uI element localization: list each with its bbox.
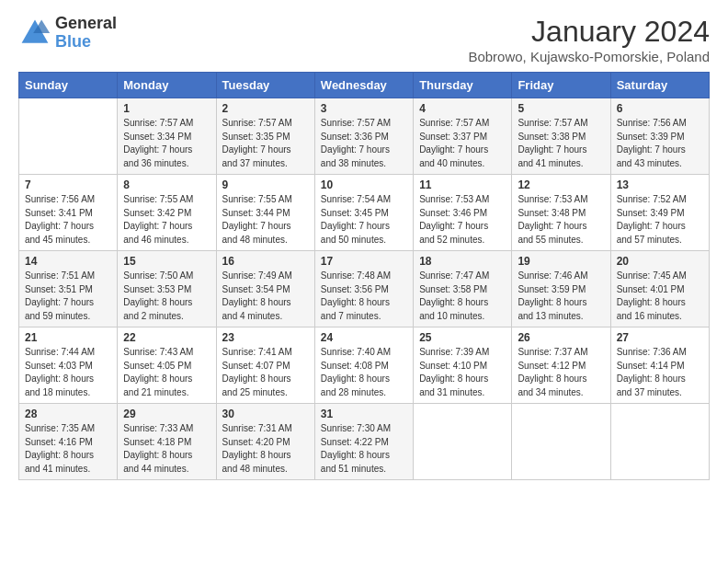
day-number: 3 (321, 102, 407, 115)
calendar-cell: 11Sunrise: 7:53 AM Sunset: 3:46 PM Dayli… (414, 175, 512, 251)
calendar-cell (512, 404, 610, 480)
calendar-cell: 7Sunrise: 7:56 AM Sunset: 3:41 PM Daylig… (19, 175, 118, 251)
day-info: Sunrise: 7:57 AM Sunset: 3:37 PM Dayligh… (419, 117, 506, 170)
day-info: Sunrise: 7:56 AM Sunset: 3:39 PM Dayligh… (617, 117, 703, 170)
day-header-monday: Monday (118, 73, 216, 98)
logo-text: General Blue (55, 15, 117, 52)
day-info: Sunrise: 7:36 AM Sunset: 4:14 PM Dayligh… (617, 346, 703, 399)
day-number: 18 (419, 255, 506, 268)
day-info: Sunrise: 7:30 AM Sunset: 4:22 PM Dayligh… (321, 422, 407, 476)
day-info: Sunrise: 7:40 AM Sunset: 4:08 PM Dayligh… (321, 346, 407, 399)
calendar-cell: 8Sunrise: 7:55 AM Sunset: 3:42 PM Daylig… (118, 175, 216, 251)
calendar-cell: 23Sunrise: 7:41 AM Sunset: 4:07 PM Dayli… (216, 327, 314, 404)
day-info: Sunrise: 7:39 AM Sunset: 4:10 PM Dayligh… (419, 346, 506, 399)
day-number: 16 (222, 255, 309, 268)
day-info: Sunrise: 7:54 AM Sunset: 3:45 PM Dayligh… (321, 193, 407, 247)
day-info: Sunrise: 7:35 AM Sunset: 4:16 PM Dayligh… (25, 422, 111, 476)
calendar-cell: 18Sunrise: 7:47 AM Sunset: 3:58 PM Dayli… (414, 251, 512, 327)
day-info: Sunrise: 7:33 AM Sunset: 4:18 PM Dayligh… (123, 422, 210, 476)
week-row-5: 28Sunrise: 7:35 AM Sunset: 4:16 PM Dayli… (19, 404, 710, 480)
day-info: Sunrise: 7:31 AM Sunset: 4:20 PM Dayligh… (222, 422, 309, 476)
day-number: 7 (25, 178, 111, 191)
day-info: Sunrise: 7:50 AM Sunset: 3:53 PM Dayligh… (123, 270, 210, 323)
calendar-cell (19, 98, 118, 175)
calendar-cell: 15Sunrise: 7:50 AM Sunset: 3:53 PM Dayli… (118, 251, 216, 327)
day-header-friday: Friday (512, 73, 610, 98)
day-info: Sunrise: 7:57 AM Sunset: 3:35 PM Dayligh… (222, 117, 309, 170)
week-row-4: 21Sunrise: 7:44 AM Sunset: 4:03 PM Dayli… (19, 327, 710, 404)
day-header-sunday: Sunday (19, 73, 118, 98)
day-header-wednesday: Wednesday (314, 73, 413, 98)
day-number: 5 (518, 102, 604, 115)
day-info: Sunrise: 7:51 AM Sunset: 3:51 PM Dayligh… (25, 270, 111, 323)
day-number: 20 (617, 255, 703, 268)
day-number: 10 (321, 178, 407, 191)
day-number: 17 (321, 255, 407, 268)
calendar-cell: 19Sunrise: 7:46 AM Sunset: 3:59 PM Dayli… (512, 251, 610, 327)
calendar-header: SundayMondayTuesdayWednesdayThursdayFrid… (19, 73, 710, 98)
day-number: 1 (123, 102, 210, 115)
day-info: Sunrise: 7:55 AM Sunset: 3:42 PM Dayligh… (123, 193, 210, 247)
calendar-cell: 25Sunrise: 7:39 AM Sunset: 4:10 PM Dayli… (414, 327, 512, 404)
calendar-cell: 16Sunrise: 7:49 AM Sunset: 3:54 PM Dayli… (216, 251, 314, 327)
day-info: Sunrise: 7:37 AM Sunset: 4:12 PM Dayligh… (518, 346, 604, 399)
day-number: 24 (321, 331, 407, 344)
calendar-cell: 10Sunrise: 7:54 AM Sunset: 3:45 PM Dayli… (314, 175, 413, 251)
calendar-cell: 12Sunrise: 7:53 AM Sunset: 3:48 PM Dayli… (512, 175, 610, 251)
day-info: Sunrise: 7:55 AM Sunset: 3:44 PM Dayligh… (222, 193, 309, 247)
calendar-cell: 9Sunrise: 7:55 AM Sunset: 3:44 PM Daylig… (216, 175, 314, 251)
day-info: Sunrise: 7:57 AM Sunset: 3:38 PM Dayligh… (518, 117, 604, 170)
day-info: Sunrise: 7:52 AM Sunset: 3:49 PM Dayligh… (617, 193, 703, 247)
day-header-tuesday: Tuesday (216, 73, 314, 98)
calendar-cell: 24Sunrise: 7:40 AM Sunset: 4:08 PM Dayli… (314, 327, 413, 404)
day-info: Sunrise: 7:47 AM Sunset: 3:58 PM Dayligh… (419, 270, 506, 323)
day-info: Sunrise: 7:44 AM Sunset: 4:03 PM Dayligh… (25, 346, 111, 399)
calendar-cell: 13Sunrise: 7:52 AM Sunset: 3:49 PM Dayli… (610, 175, 709, 251)
logo-general: General (55, 15, 117, 33)
calendar-cell: 28Sunrise: 7:35 AM Sunset: 4:16 PM Dayli… (19, 404, 118, 480)
day-info: Sunrise: 7:56 AM Sunset: 3:41 PM Dayligh… (25, 193, 111, 247)
day-info: Sunrise: 7:43 AM Sunset: 4:05 PM Dayligh… (123, 346, 210, 399)
page-header: General Blue January 2024 Bobrowo, Kujaw… (18, 15, 710, 64)
calendar-cell: 5Sunrise: 7:57 AM Sunset: 3:38 PM Daylig… (512, 98, 610, 175)
week-row-2: 7Sunrise: 7:56 AM Sunset: 3:41 PM Daylig… (19, 175, 710, 251)
day-info: Sunrise: 7:57 AM Sunset: 3:34 PM Dayligh… (123, 117, 210, 170)
calendar-cell: 6Sunrise: 7:56 AM Sunset: 3:39 PM Daylig… (610, 98, 709, 175)
title-section: January 2024 Bobrowo, Kujawsko-Pomorskie… (468, 15, 710, 64)
day-info: Sunrise: 7:53 AM Sunset: 3:46 PM Dayligh… (419, 193, 506, 247)
calendar-cell: 22Sunrise: 7:43 AM Sunset: 4:05 PM Dayli… (118, 327, 216, 404)
month-title: January 2024 (468, 15, 710, 49)
day-number: 15 (123, 255, 210, 268)
day-header-thursday: Thursday (414, 73, 512, 98)
day-number: 19 (518, 255, 604, 268)
calendar-table: SundayMondayTuesdayWednesdayThursdayFrid… (18, 72, 710, 480)
calendar-cell: 21Sunrise: 7:44 AM Sunset: 4:03 PM Dayli… (19, 327, 118, 404)
calendar-cell (414, 404, 512, 480)
calendar-cell: 27Sunrise: 7:36 AM Sunset: 4:14 PM Dayli… (610, 327, 709, 404)
day-number: 25 (419, 331, 506, 344)
day-info: Sunrise: 7:49 AM Sunset: 3:54 PM Dayligh… (222, 270, 309, 323)
calendar-cell: 20Sunrise: 7:45 AM Sunset: 4:01 PM Dayli… (610, 251, 709, 327)
day-number: 6 (617, 102, 703, 115)
day-number: 29 (123, 408, 210, 420)
day-info: Sunrise: 7:57 AM Sunset: 3:36 PM Dayligh… (321, 117, 407, 170)
day-info: Sunrise: 7:53 AM Sunset: 3:48 PM Dayligh… (518, 193, 604, 247)
day-info: Sunrise: 7:45 AM Sunset: 4:01 PM Dayligh… (617, 270, 703, 323)
calendar-cell (610, 404, 709, 480)
day-number: 28 (25, 408, 111, 420)
day-number: 27 (617, 331, 703, 344)
day-info: Sunrise: 7:46 AM Sunset: 3:59 PM Dayligh… (518, 270, 604, 323)
calendar-cell: 17Sunrise: 7:48 AM Sunset: 3:56 PM Dayli… (314, 251, 413, 327)
day-number: 11 (419, 178, 506, 191)
calendar-cell: 4Sunrise: 7:57 AM Sunset: 3:37 PM Daylig… (414, 98, 512, 175)
week-row-1: 1Sunrise: 7:57 AM Sunset: 3:34 PM Daylig… (19, 98, 710, 175)
calendar-cell: 30Sunrise: 7:31 AM Sunset: 4:20 PM Dayli… (216, 404, 314, 480)
logo-icon (18, 17, 51, 50)
day-number: 30 (222, 408, 309, 420)
day-header-saturday: Saturday (610, 73, 709, 98)
calendar-cell: 26Sunrise: 7:37 AM Sunset: 4:12 PM Dayli… (512, 327, 610, 404)
week-row-3: 14Sunrise: 7:51 AM Sunset: 3:51 PM Dayli… (19, 251, 710, 327)
day-number: 12 (518, 178, 604, 191)
calendar-cell: 2Sunrise: 7:57 AM Sunset: 3:35 PM Daylig… (216, 98, 314, 175)
header-row: SundayMondayTuesdayWednesdayThursdayFrid… (19, 73, 710, 98)
